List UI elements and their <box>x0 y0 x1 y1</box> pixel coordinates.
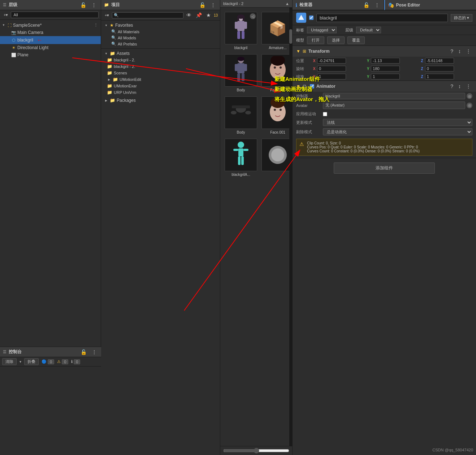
layer-select[interactable]: Default <box>356 27 381 33</box>
asset-thumb-avatar[interactable]: blackgrilA... <box>223 137 259 178</box>
controller-row: 控制器 blackgril ◎ <box>293 92 476 100</box>
scale-x-input[interactable] <box>317 74 346 79</box>
assets-grid: ◁ blackgril 📦 Armature... <box>220 8 292 181</box>
asset-urp[interactable]: 📁 URP UniVrm <box>104 89 220 96</box>
asset-thumb-blackgril[interactable]: ◁ blackgril <box>223 10 259 51</box>
root-motion-checkbox[interactable] <box>323 112 327 116</box>
console-panel: ☰ 控制台 🔓 ⋮ 清除 ▾ 折叠 🔵 0 ⚠ 0 ℹ 0 <box>0 347 101 455</box>
main-camera-item[interactable]: 📷 Main Camera <box>0 29 101 36</box>
back-arrow[interactable]: ◁ <box>250 13 256 19</box>
tag-select[interactable]: Untagged <box>307 27 337 33</box>
asset-thumb-face1[interactable]: Face.001 <box>260 53 292 94</box>
project-menu-btn[interactable]: ⋮ <box>209 1 217 9</box>
scrollbar-thumb <box>289 29 292 44</box>
pos-y-input[interactable] <box>371 58 400 64</box>
console-clear-btn[interactable]: 清除 <box>2 358 17 365</box>
project-eye-btn[interactable]: 👁 <box>185 12 193 19</box>
cover-btn[interactable]: 覆盖 <box>347 36 365 44</box>
scale-y-input[interactable] <box>371 74 400 79</box>
asset-blackgril-1[interactable]: 📁 blackgril - 2. <box>104 57 220 63</box>
asset-thumb-armature[interactable]: 📦 Armature... <box>260 10 292 51</box>
project-star-btn[interactable]: ★ <box>205 12 212 19</box>
root-motion-label: 应用根运动 <box>296 111 321 117</box>
assets-zoom-slider[interactable] <box>223 448 289 454</box>
rot-x-input[interactable] <box>317 66 346 72</box>
blackgril-icon: ⬡ <box>11 37 17 43</box>
cull-mode-select[interactable]: 总是动画化 <box>323 128 472 135</box>
select-btn[interactable]: 选择 <box>327 36 345 44</box>
asset-umotion-exar[interactable]: 📁 UMotionExar <box>104 83 220 89</box>
hierarchy-add-btn[interactable]: +▾ <box>2 12 9 18</box>
animator-active-checkbox[interactable] <box>310 84 314 88</box>
scale-z-input[interactable] <box>425 74 454 79</box>
transform-menu-btn[interactable]: ⋮ <box>464 48 472 55</box>
face2-svg <box>265 98 290 127</box>
asset-thumb-extra[interactable] <box>260 137 292 178</box>
assets-scrollbar[interactable] <box>289 8 292 446</box>
asset-thumb-body1[interactable]: Body <box>223 53 259 94</box>
transform-help-btn[interactable]: ? <box>449 48 455 55</box>
open-btn[interactable]: 打开 <box>307 36 324 44</box>
project-lock-btn[interactable]: 🔓 <box>198 1 207 9</box>
blackgril-svg <box>228 14 254 43</box>
asset-thumb-body2[interactable]: Body <box>223 95 259 136</box>
svg-rect-3 <box>244 22 247 29</box>
controller-circle-btn[interactable]: ◎ <box>467 93 472 99</box>
hierarchy-search-input[interactable] <box>11 12 99 18</box>
plane-item[interactable]: ⬜ Plane <box>0 51 101 58</box>
light-icon: ☀ <box>11 45 17 51</box>
scene-item[interactable]: ▼ ⛶ SampleScene* ⋮ <box>0 21 101 29</box>
pos-x-input[interactable] <box>317 58 346 64</box>
fav-models-label: All Models <box>118 36 136 40</box>
folder-icon-1: 📁 <box>107 57 112 62</box>
packages-header[interactable]: ▶ 📁 Packages <box>101 97 220 104</box>
svg-point-35 <box>271 148 284 161</box>
add-component-btn[interactable]: 添加组件 <box>334 162 435 174</box>
animator-settings-btn[interactable]: ↕ <box>457 83 462 90</box>
asset-umotion-edit[interactable]: ▶ 📁 UMotionEdit <box>104 76 220 83</box>
assets-grid-scroll-up[interactable]: ▲ <box>285 1 289 6</box>
pos-z-input[interactable] <box>425 58 454 64</box>
transform-header[interactable]: ▼ ⊞ Transform ? ↕ ⋮ <box>293 46 476 57</box>
svg-rect-14 <box>242 73 245 81</box>
update-mode-select[interactable]: 法线 <box>323 119 472 126</box>
plane-arrow <box>6 53 10 57</box>
transform-settings-btn[interactable]: ↕ <box>457 48 462 55</box>
rot-z-input[interactable] <box>425 66 454 72</box>
animator-help-btn[interactable]: ? <box>449 83 455 90</box>
favorites-header[interactable]: ▼ ★ Favorites <box>101 22 220 29</box>
project-search-input[interactable] <box>119 13 181 17</box>
rot-y-input[interactable] <box>371 66 400 72</box>
hierarchy-lock-btn[interactable]: 🔓 <box>79 1 88 9</box>
fav-all-models[interactable]: 🔍 All Models <box>108 35 220 41</box>
asset-thumb-face2[interactable]: Face.001 <box>260 95 292 136</box>
inspector-menu-btn[interactable]: ⋮ <box>373 1 381 9</box>
console-menu-btn[interactable]: ⋮ <box>90 348 98 356</box>
assets-header[interactable]: ▼ 📁 Assets <box>101 50 220 57</box>
dir-light-item[interactable]: ☀ Directional Light <box>0 44 101 51</box>
console-collapse-btn[interactable]: 折叠 <box>24 358 39 365</box>
console-lock-btn[interactable]: 🔓 <box>79 348 88 356</box>
animator-header[interactable]: ▼ ⊡ Animator ? ↕ ⋮ <box>293 81 476 92</box>
object-name-input[interactable] <box>316 14 448 22</box>
scene-menu-btn[interactable]: ⋮ <box>92 22 99 28</box>
object-active-checkbox[interactable] <box>309 16 313 20</box>
asset-blackgril-2[interactable]: 📁 blackgril - 2. <box>104 63 220 70</box>
animator-menu-btn[interactable]: ⋮ <box>464 83 472 90</box>
annotation-arrow-1: ← <box>37 37 43 43</box>
asset-blackgril-1-label: blackgril - 2. <box>114 58 135 62</box>
fav-all-prefabs[interactable]: 🔍 All Prefabs <box>108 41 220 47</box>
avatar-circle-btn[interactable]: ◎ <box>467 103 472 108</box>
project-pin-btn[interactable]: 📌 <box>194 12 203 19</box>
inspector-lock-btn[interactable]: 🔓 <box>362 1 371 9</box>
face1-svg <box>265 56 290 85</box>
fav-all-materials[interactable]: 🔍 All Materials <box>108 29 220 35</box>
blackgril-item[interactable]: ⬡ blackgril ← <box>0 36 101 44</box>
project-add-btn[interactable]: +▾ <box>103 12 111 18</box>
asset-scenes[interactable]: 📁 Scenes <box>104 70 220 76</box>
static-btn[interactable]: 静态的 ▾ <box>451 14 472 22</box>
svg-rect-10 <box>237 63 245 73</box>
hierarchy-menu-btn[interactable]: ⋮ <box>90 1 98 9</box>
add-component-section: 添加组件 <box>293 158 476 178</box>
static-label: 静态的 <box>454 16 466 20</box>
